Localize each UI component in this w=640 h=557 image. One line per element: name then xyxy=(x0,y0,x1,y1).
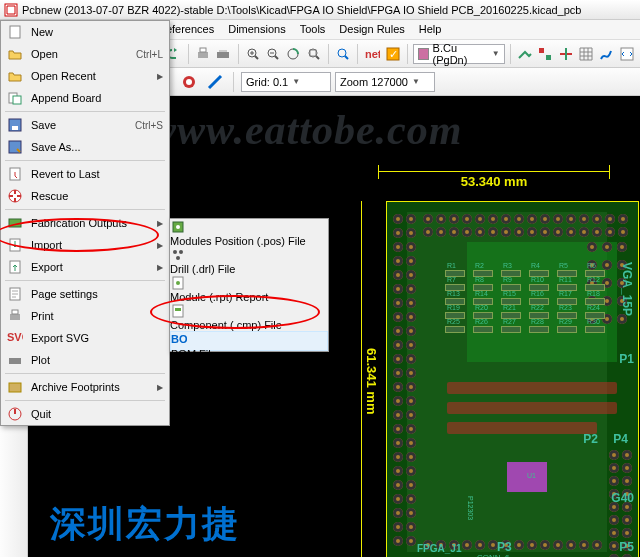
freeroute-icon[interactable] xyxy=(597,43,615,65)
svg-rect-64 xyxy=(175,308,181,311)
label-p5: P5 xyxy=(619,540,634,554)
netlist-icon[interactable]: net xyxy=(363,43,381,65)
svg-line-36 xyxy=(209,76,221,88)
svg-rect-53 xyxy=(9,383,21,392)
zoom-fit-icon[interactable] xyxy=(305,43,323,65)
submenu-component-cmp[interactable]: Component (.cmp) File xyxy=(170,303,328,331)
grid-selector[interactable]: Grid: 0.1 ▼ xyxy=(241,72,331,92)
drill-icon xyxy=(170,247,328,263)
page-settings-icon xyxy=(5,286,25,302)
svg-point-57 xyxy=(176,225,180,229)
submenu-drill[interactable]: Drill (.drl) File xyxy=(170,247,328,275)
svg-point-24 xyxy=(338,49,346,57)
label-p12303: P12303 xyxy=(467,496,474,520)
svg-line-14 xyxy=(255,56,258,59)
menu-save[interactable]: SaveCtrl+S xyxy=(1,114,169,136)
svg-rect-11 xyxy=(200,48,206,52)
print-icon xyxy=(5,308,25,324)
svg-icon: SVG xyxy=(5,330,25,346)
svg-rect-12 xyxy=(217,52,229,58)
label-p2: P2 xyxy=(583,432,598,446)
menu-design-rules[interactable]: Design Rules xyxy=(332,20,411,39)
svg-rect-52 xyxy=(9,358,21,364)
print-icon[interactable] xyxy=(194,43,212,65)
layer-selector[interactable]: B.Cu (PgDn) ▼ xyxy=(413,44,505,64)
menu-print[interactable]: Print xyxy=(1,305,169,327)
svg-point-35 xyxy=(186,79,192,85)
plot-icon[interactable] xyxy=(214,43,232,65)
menu-new[interactable]: New xyxy=(1,21,169,43)
menu-append-board[interactable]: Append Board xyxy=(1,87,169,109)
layer-label: B.Cu (PgDn) xyxy=(433,42,488,66)
import-icon xyxy=(5,237,25,253)
layer-swatch-icon xyxy=(418,48,429,60)
menu-plot[interactable]: Plot xyxy=(1,349,169,371)
rescue-icon xyxy=(5,188,25,204)
pad-mode-icon[interactable] xyxy=(536,43,554,65)
svg-point-60 xyxy=(176,256,180,260)
label-g40: G40 xyxy=(611,491,634,505)
svg-text:✓: ✓ xyxy=(389,48,398,60)
script-icon[interactable] xyxy=(618,43,636,65)
label-p4: P4 xyxy=(613,432,628,446)
via-mode-icon[interactable] xyxy=(556,43,574,65)
title-bar: Pcbnew (2013-07-07 BZR 4022)-stable D:\T… xyxy=(0,0,640,20)
submenu-module-rpt[interactable]: Module (.rpt) Report xyxy=(170,275,328,303)
menu-tools[interactable]: Tools xyxy=(293,20,333,39)
label-p3: P3 xyxy=(497,540,512,554)
dropdown-arrow-icon: ▼ xyxy=(412,77,420,86)
folder-icon xyxy=(5,68,25,84)
menu-export-svg[interactable]: SVGExport SVG xyxy=(1,327,169,349)
save-icon xyxy=(5,117,25,133)
quit-icon xyxy=(5,406,25,422)
pcb-board: R1R2R3R4R5R6R7R8R9R10R11R12R13R14R15R16R… xyxy=(386,201,639,557)
pos-icon xyxy=(170,219,328,235)
svg-rect-50 xyxy=(12,310,18,314)
svg-rect-29 xyxy=(539,48,544,53)
archive-icon xyxy=(5,379,25,395)
menu-help[interactable]: Help xyxy=(412,20,449,39)
svg-text:net: net xyxy=(365,48,380,60)
menu-dimensions[interactable]: Dimensions xyxy=(221,20,292,39)
label-vga: VGA_15P xyxy=(620,262,634,316)
svg-text:BOM: BOM xyxy=(171,333,187,345)
open-icon xyxy=(5,46,25,62)
svg-line-18 xyxy=(275,56,278,59)
menu-open-recent[interactable]: Open Recent▶ xyxy=(1,65,169,87)
svg-rect-41 xyxy=(12,126,18,130)
menu-revert[interactable]: Revert to Last xyxy=(1,163,169,185)
label-u1: U1 xyxy=(527,472,536,479)
cmp-icon xyxy=(170,303,328,319)
menu-open[interactable]: OpenCtrl+L xyxy=(1,43,169,65)
new-icon xyxy=(5,24,25,40)
zoom-label: Zoom 127000 xyxy=(340,76,408,88)
zoom-selector[interactable]: Zoom 127000 ▼ xyxy=(335,72,435,92)
plot-icon xyxy=(5,352,25,368)
chinese-overlay: 深圳宏力捷 xyxy=(50,500,240,549)
rpt-icon xyxy=(170,275,328,291)
menu-fabrication-outputs[interactable]: Fabrication Outputs▶ xyxy=(1,212,169,234)
menu-quit[interactable]: Quit xyxy=(1,403,169,425)
zoom-in-icon[interactable] xyxy=(243,43,261,65)
menu-import[interactable]: Import▶ xyxy=(1,234,169,256)
menu-rescue[interactable]: Rescue xyxy=(1,185,169,207)
revert-icon xyxy=(5,166,25,182)
find-icon[interactable] xyxy=(334,43,352,65)
drc-icon[interactable]: ✓ xyxy=(383,43,401,65)
zoom-redraw-icon[interactable] xyxy=(284,43,302,65)
svg-line-25 xyxy=(345,56,348,59)
track-tool-icon[interactable] xyxy=(204,71,226,93)
zoom-out-icon[interactable] xyxy=(264,43,282,65)
menu-archive-footprints[interactable]: Archive Footprints▶ xyxy=(1,376,169,398)
track-mode-icon[interactable] xyxy=(516,43,534,65)
dropdown-arrow-icon: ▼ xyxy=(292,77,300,86)
append-icon xyxy=(5,90,25,106)
submenu-bom[interactable]: BOMBOM File xyxy=(170,331,328,351)
menu-save-as[interactable]: Save As... xyxy=(1,136,169,158)
via-tool-icon[interactable] xyxy=(178,71,200,93)
menu-export[interactable]: Export▶ xyxy=(1,256,169,278)
submenu-modules-pos[interactable]: Modules Position (.pos) File xyxy=(170,219,328,247)
grid-mode-icon[interactable] xyxy=(577,43,595,65)
file-dropdown: New OpenCtrl+L Open Recent▶ Append Board… xyxy=(0,20,170,426)
menu-page-settings[interactable]: Page settings xyxy=(1,283,169,305)
